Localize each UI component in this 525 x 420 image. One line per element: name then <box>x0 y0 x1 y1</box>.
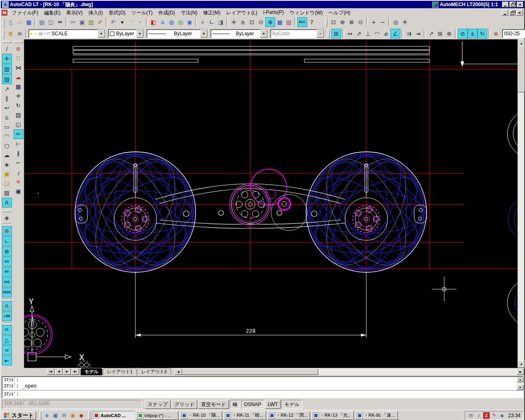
layer-combo-dropdown[interactable]: ▼ <box>98 30 105 38</box>
task-rk12[interactable]: ・RK-12 「潤... <box>267 411 310 420</box>
layer-freeze-sun-icon[interactable]: ☼ <box>34 32 37 36</box>
balloon-a-button[interactable]: A <box>2 301 12 311</box>
dimension-update-button[interactable]: ↻ <box>477 29 487 39</box>
last-tab-button[interactable]: ▶| <box>71 368 79 375</box>
realplayer-icon[interactable]: ◆ <box>78 412 85 419</box>
toolbar-grip[interactable] <box>14 41 23 43</box>
diameter-dimension-button[interactable]: ⌀ <box>381 29 390 38</box>
antivirus-tray-icon[interactable]: Z <box>483 412 490 419</box>
zoom-window-button[interactable]: ⊡ <box>329 18 338 27</box>
polar-toggle[interactable]: 極 <box>230 400 240 409</box>
continue-dimension-button[interactable]: ⇥ <box>413 29 422 38</box>
baseline-dimension-button[interactable]: ⇉ <box>404 29 413 38</box>
task-autocad[interactable]: AutoCAD ... <box>92 411 135 420</box>
menu-item-13[interactable]: ヘルプ(H) <box>326 9 354 17</box>
copy-object-button[interactable]: ∷ <box>14 54 23 63</box>
trim-button[interactable]: ✂ <box>14 129 23 139</box>
circle-button[interactable]: ○ <box>2 141 11 150</box>
scroll-up-button[interactable]: ▲ <box>518 39 525 47</box>
make-block-button[interactable]: ◲ <box>2 179 11 188</box>
hyperlink-button[interactable]: ◉ <box>185 18 194 27</box>
menu-item-4[interactable]: 挿入(I) <box>85 9 105 17</box>
zoom-in-button[interactable]: + <box>369 18 378 27</box>
esc-button[interactable]: ESC <box>297 17 307 27</box>
help-button[interactable]: ? <box>307 18 316 27</box>
ordinate-dimension-button[interactable]: ⊥ <box>363 29 372 38</box>
mdi-close-button[interactable]: × <box>516 10 523 16</box>
named-views-button[interactable]: ◨ <box>216 18 225 27</box>
hatch-button[interactable]: ▨ <box>2 188 11 197</box>
move-button[interactable]: ✛ <box>14 91 23 100</box>
scroll-right-button[interactable]: ▶ <box>517 369 524 375</box>
redo-button[interactable]: ↷ <box>127 18 136 27</box>
autodesk-point-a-button[interactable]: a <box>158 18 167 27</box>
construction-line-button[interactable]: ✛ <box>2 54 12 64</box>
mdi-restore-button[interactable] <box>509 10 516 16</box>
menu-item-6[interactable]: ツール(T) <box>128 9 155 17</box>
radius-dimension-button[interactable]: ◠ <box>372 29 381 38</box>
parallel-symbol-button[interactable]: = <box>2 345 12 355</box>
media-player-icon[interactable]: ◉ <box>69 412 76 419</box>
color-combo-dropdown[interactable]: ▼ <box>136 30 144 38</box>
explode-button[interactable]: ✳ <box>14 177 23 186</box>
layer-properties-button[interactable]: ≣ <box>6 29 15 38</box>
menu-item-7[interactable]: 作成(D) <box>155 9 178 17</box>
zoom-realtime-button[interactable]: ± <box>238 18 247 27</box>
scale-button[interactable]: ▧ <box>14 110 23 119</box>
command-history[interactable]: ｺﾏﾝﾄﾞ: ｺﾏﾝﾄﾞ: _open ｺﾏﾝﾄﾞ: ▲ ▼ <box>2 376 523 398</box>
horizontal-scroll-thumb[interactable] <box>182 369 318 375</box>
text-button[interactable]: A <box>2 198 12 208</box>
model-space-toggle[interactable]: モデル <box>281 400 302 409</box>
start-button[interactable]: スタート <box>2 411 36 420</box>
scheduler-tray-icon[interactable]: ▤ <box>468 412 474 419</box>
linetype-combo[interactable]: ByLayer ▼ <box>146 29 208 38</box>
quick-dimension-button[interactable]: ⊞ <box>331 29 341 39</box>
drawing-canvas[interactable]: 228 Y X <box>24 39 518 368</box>
scroll-down-button[interactable]: ▼ <box>518 361 525 368</box>
polygon-button[interactable]: ⌂ <box>2 113 11 122</box>
lineweight-combo-dropdown[interactable]: ▼ <box>260 30 267 38</box>
polyline-button[interactable]: ↩ <box>2 103 11 112</box>
menu-item-11[interactable]: i-Parts(P) <box>260 9 287 17</box>
undo-button[interactable]: ↶ <box>109 18 118 27</box>
toolbar-grip[interactable] <box>328 29 330 38</box>
volume-tray-icon[interactable]: ♪ <box>475 412 482 419</box>
toolbar-grip[interactable] <box>2 29 5 38</box>
menu-item-9[interactable]: 修正(M) <box>200 9 223 17</box>
vertical-scroll-thumb[interactable] <box>518 46 525 92</box>
layer-unlock-icon[interactable]: ⌐ <box>44 32 46 36</box>
match-properties-button[interactable]: ✐ <box>96 18 105 27</box>
save-button[interactable]: ▦ <box>24 18 33 27</box>
osnap-toggle[interactable]: OSNAP <box>241 400 264 409</box>
menu-item-10[interactable]: レイアウト(L) <box>223 9 260 17</box>
task-rk10[interactable]: ・RK-10 「陽... <box>180 411 222 420</box>
surface-finish-6v-button[interactable]: 6∇ <box>2 267 12 277</box>
line-button[interactable]: ∕ <box>2 44 11 53</box>
scroll-down-button[interactable]: ▼ <box>517 385 523 390</box>
print-preview-button[interactable]: ◫ <box>46 18 55 27</box>
prev-tab-button[interactable]: ◀ <box>55 368 63 375</box>
zoom-dynamic-button[interactable]: ⊕ <box>338 18 347 27</box>
menu-item-1[interactable]: ファイル(F) <box>9 9 41 17</box>
rectangle-button[interactable]: ▭ <box>2 122 11 131</box>
close-button[interactable]: × <box>517 2 523 7</box>
undo-dropdown-arrow[interactable]: ▾ <box>118 18 127 27</box>
mdi-minimize-button[interactable] <box>502 10 508 16</box>
zoom-out-button[interactable]: − <box>378 18 387 27</box>
linetype-combo-dropdown[interactable]: ▼ <box>200 30 208 38</box>
horizontal-scrollbar[interactable]: ◀ ▶ <box>175 369 524 375</box>
revision-cloud-button[interactable]: ☁ <box>2 151 11 160</box>
fillet-button[interactable]: ╭ <box>14 168 23 177</box>
menu-item-12[interactable]: ウィンドウ(W) <box>287 9 326 17</box>
tab-layout2[interactable]: レイアウト2 <box>137 368 171 375</box>
toolbar-grip[interactable] <box>325 18 327 27</box>
toolbar-grip[interactable] <box>2 210 11 212</box>
datum-target-button[interactable]: ⊕ <box>2 226 12 236</box>
print-button[interactable]: ▤ <box>37 18 46 27</box>
array-button[interactable]: ▦ <box>14 82 23 91</box>
ucs-toolbar-button[interactable]: ∟ <box>207 18 216 27</box>
task-rk11[interactable]: ・RK-11 「晴... <box>224 411 266 420</box>
hatch-lines-button[interactable]: ▧ <box>2 74 12 84</box>
publish-to-web-button[interactable]: ◍ <box>167 18 176 27</box>
vertical-scrollbar[interactable]: ▲ ▼ <box>518 39 524 368</box>
